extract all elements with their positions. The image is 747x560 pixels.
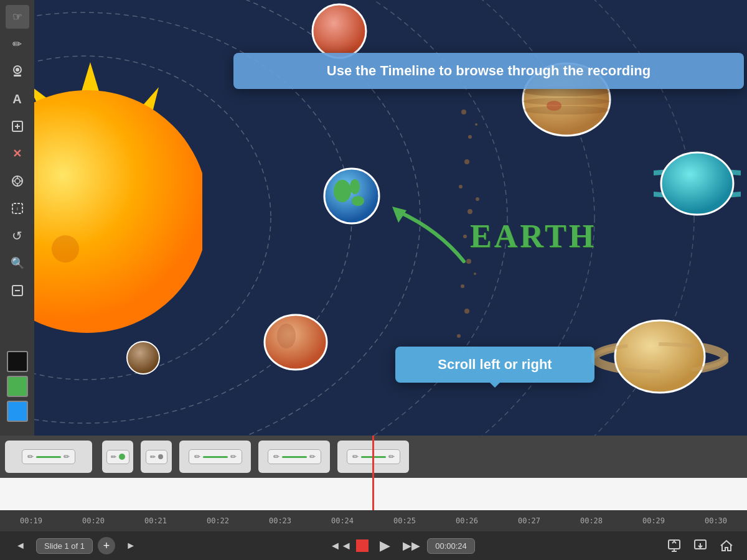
time-tick-11: 00:29 bbox=[622, 516, 685, 525]
color-black[interactable] bbox=[7, 351, 28, 372]
small-planet bbox=[261, 311, 330, 373]
svg-point-52 bbox=[523, 98, 610, 105]
svg-point-29 bbox=[461, 284, 464, 288]
time-tick-2: 00:20 bbox=[62, 516, 125, 525]
playhead[interactable] bbox=[372, 436, 374, 510]
target-tool[interactable] bbox=[6, 169, 29, 193]
time-tick-3: 00:21 bbox=[125, 516, 187, 525]
slide-navigation: ◄ Slide 1 of 1 + ► bbox=[10, 535, 141, 556]
rewind-button[interactable]: ◄◄ bbox=[330, 535, 351, 556]
add-tool[interactable] bbox=[6, 114, 29, 138]
clip-item-2[interactable]: ✏ bbox=[102, 441, 133, 473]
arrow bbox=[364, 180, 476, 280]
time-tick-4: 00:22 bbox=[187, 516, 249, 525]
small-moon bbox=[125, 339, 162, 376]
cursor-tool[interactable]: ☞ bbox=[6, 5, 29, 29]
color-blue[interactable] bbox=[7, 401, 28, 422]
time-tick-5: 00:23 bbox=[249, 516, 311, 525]
download-button[interactable] bbox=[690, 535, 711, 556]
minus-tool[interactable] bbox=[6, 279, 29, 302]
svg-point-53 bbox=[523, 106, 610, 114]
svg-point-65 bbox=[615, 320, 705, 393]
svg-point-31 bbox=[457, 334, 461, 338]
timeline-area: ✏ ✏ ✏ ✏ ✏ ✏ bbox=[0, 436, 747, 560]
svg-point-63 bbox=[277, 324, 296, 348]
svg-point-59 bbox=[350, 179, 360, 194]
clip-item-4[interactable]: ✏ ✏ bbox=[179, 441, 251, 473]
pencil-tool[interactable]: ✏ bbox=[6, 32, 29, 56]
svg-point-33 bbox=[475, 123, 477, 126]
svg-point-30 bbox=[464, 309, 469, 314]
svg-point-62 bbox=[265, 315, 327, 370]
svg-text:i: i bbox=[17, 206, 18, 212]
svg-point-24 bbox=[464, 159, 469, 164]
timeline-tooltip: Use the Timeline to browse through the r… bbox=[233, 53, 744, 89]
svg-point-58 bbox=[334, 180, 351, 202]
color-green[interactable] bbox=[7, 376, 28, 397]
main-canvas: EARTH Use the Timeline to browse through… bbox=[34, 0, 747, 436]
playback-controls: ◄◄ ▶ ▶▶ 00:00:24 bbox=[330, 534, 475, 557]
export-controls bbox=[664, 535, 737, 556]
home-button[interactable] bbox=[716, 535, 737, 556]
svg-point-7 bbox=[15, 179, 20, 184]
next-slide-button[interactable]: ► bbox=[120, 535, 141, 556]
time-tick-8: 00:26 bbox=[436, 516, 498, 525]
earth-text-label: EARTH bbox=[470, 218, 596, 254]
undo-tool[interactable]: ↺ bbox=[6, 224, 29, 248]
bottom-controls: ◄ Slide 1 of 1 + ► ◄◄ ▶ ▶▶ 00:00:24 bbox=[0, 531, 747, 560]
clip-item-5[interactable]: ✏ ✏ bbox=[258, 441, 330, 473]
sun bbox=[34, 56, 202, 367]
time-display: 00:00:24 bbox=[427, 538, 475, 554]
svg-point-22 bbox=[461, 110, 466, 114]
stamp-tool[interactable] bbox=[6, 60, 29, 83]
clip-item-3[interactable]: ✏ bbox=[141, 441, 172, 473]
saturn-planet bbox=[591, 302, 728, 401]
clip-item-1[interactable]: ✏ ✏ bbox=[5, 441, 92, 473]
svg-point-1 bbox=[16, 68, 19, 72]
svg-point-54 bbox=[547, 101, 561, 111]
svg-point-61 bbox=[127, 342, 159, 374]
svg-point-23 bbox=[468, 135, 472, 139]
svg-point-56 bbox=[661, 152, 733, 215]
time-tick-12: 00:30 bbox=[685, 516, 747, 525]
svg-marker-36 bbox=[81, 62, 100, 93]
timeline-ruler: 00:19 00:20 00:21 00:22 00:23 00:24 00:2… bbox=[0, 510, 747, 531]
time-tick-10: 00:28 bbox=[560, 516, 622, 525]
export-button[interactable] bbox=[664, 535, 685, 556]
scroll-tooltip: Scroll left or right bbox=[395, 347, 594, 383]
svg-point-46 bbox=[34, 90, 202, 333]
zoom-tool[interactable]: 🔍 bbox=[6, 251, 29, 275]
slide-indicator[interactable]: Slide 1 of 1 bbox=[36, 538, 93, 554]
add-slide-button[interactable]: + bbox=[98, 537, 115, 554]
prev-slide-button[interactable]: ◄ bbox=[10, 535, 31, 556]
select-tool[interactable]: i bbox=[6, 197, 29, 220]
svg-point-60 bbox=[352, 196, 364, 206]
text-tool[interactable]: A bbox=[6, 87, 29, 111]
time-tick-1: 00:19 bbox=[0, 516, 62, 525]
time-tick-9: 00:27 bbox=[498, 516, 560, 525]
record-button[interactable] bbox=[356, 539, 369, 552]
time-tick-7: 00:25 bbox=[374, 516, 436, 525]
neptune-planet bbox=[654, 143, 741, 224]
time-tick-6: 00:24 bbox=[311, 516, 374, 525]
delete-tool[interactable]: ✕ bbox=[6, 142, 29, 166]
svg-point-47 bbox=[52, 235, 79, 263]
svg-point-49 bbox=[312, 4, 366, 58]
fast-forward-button[interactable]: ▶▶ bbox=[401, 535, 422, 556]
svg-rect-2 bbox=[14, 75, 21, 77]
play-button[interactable]: ▶ bbox=[374, 534, 396, 557]
left-toolbar: ☞ ✏ A ✕ i ↺ 🔍 bbox=[0, 0, 34, 436]
